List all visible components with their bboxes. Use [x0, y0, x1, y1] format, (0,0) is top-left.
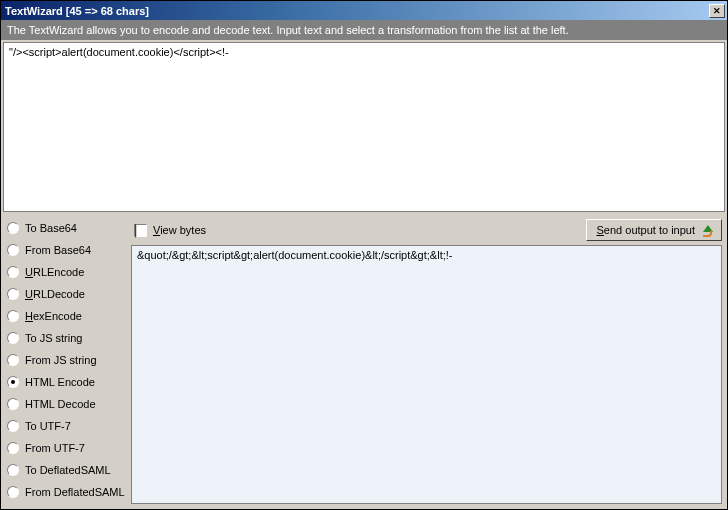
transform-label: To DeflatedSAML [25, 464, 111, 476]
transform-label: HTML Encode [25, 376, 95, 388]
close-icon[interactable] [709, 4, 725, 18]
send-output-label: Send output to input [597, 224, 695, 236]
window-title: TextWizard [45 => 68 chars] [5, 5, 149, 17]
transform-radio[interactable]: From Base64 [7, 242, 127, 258]
transform-radio[interactable]: From DeflatedSAML [7, 484, 127, 500]
transform-label: URLEncode [25, 266, 84, 278]
input-textarea[interactable]: "/><script>alert(document.cookie)</scrip… [3, 42, 725, 212]
transform-label: To Base64 [25, 222, 77, 234]
radio-icon [7, 354, 19, 366]
radio-icon [7, 310, 19, 322]
transform-radio[interactable]: From JS string [7, 352, 127, 368]
radio-icon [7, 244, 19, 256]
output-toolbar: View bytes Send output to input [131, 217, 725, 245]
transform-radio[interactable]: HTML Encode [7, 374, 127, 390]
transform-label: URLDecode [25, 288, 85, 300]
transform-label: From UTF-7 [25, 442, 85, 454]
view-bytes-checkbox[interactable]: View bytes [134, 224, 206, 237]
radio-icon [7, 398, 19, 410]
transform-label: HexEncode [25, 310, 82, 322]
transform-radio[interactable]: To JS string [7, 330, 127, 346]
transform-label: From Base64 [25, 244, 91, 256]
radio-icon [7, 288, 19, 300]
lower-panel: To Base64From Base64URLEncodeURLDecodeHe… [3, 214, 725, 507]
transform-label: From DeflatedSAML [25, 486, 125, 498]
title-bar: TextWizard [45 => 68 chars] [1, 1, 727, 20]
description-bar: The TextWizard allows you to encode and … [1, 20, 727, 40]
transform-radio[interactable]: HexEncode [7, 308, 127, 324]
radio-icon [7, 464, 19, 476]
transform-radio[interactable]: To Base64 [7, 220, 127, 236]
checkbox-icon [134, 224, 147, 237]
transform-list: To Base64From Base64URLEncodeURLDecodeHe… [3, 214, 131, 507]
transform-label: From JS string [25, 354, 97, 366]
transform-label: HTML Decode [25, 398, 96, 410]
transform-radio[interactable]: From UTF-7 [7, 440, 127, 456]
radio-icon [7, 376, 19, 388]
transform-radio[interactable]: To UTF-7 [7, 418, 127, 434]
view-bytes-label: View bytes [153, 224, 206, 236]
radio-icon [7, 332, 19, 344]
transform-label: To JS string [25, 332, 82, 344]
radio-icon [7, 486, 19, 498]
send-output-button[interactable]: Send output to input [586, 219, 722, 241]
right-panel: View bytes Send output to input &quot;/&… [131, 214, 725, 507]
radio-icon [7, 222, 19, 234]
transform-radio[interactable]: To DeflatedSAML [7, 462, 127, 478]
transform-radio[interactable]: HTML Decode [7, 396, 127, 412]
arrow-up-icon [701, 223, 713, 237]
radio-icon [7, 420, 19, 432]
radio-icon [7, 442, 19, 454]
transform-radio[interactable]: URLDecode [7, 286, 127, 302]
transform-radio[interactable]: URLEncode [7, 264, 127, 280]
radio-icon [7, 266, 19, 278]
transform-label: To UTF-7 [25, 420, 71, 432]
output-textarea[interactable]: &quot;/&gt;&lt;script&gt;alert(document.… [131, 245, 722, 504]
